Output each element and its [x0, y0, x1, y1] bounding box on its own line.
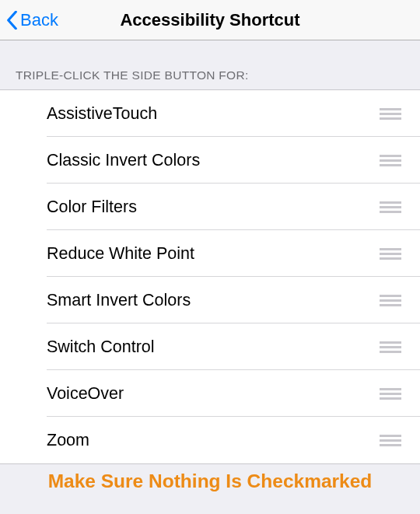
drag-handle-icon[interactable] — [376, 288, 404, 313]
navbar: Back Accessibility Shortcut — [0, 0, 420, 40]
page-title: Accessibility Shortcut — [120, 10, 299, 30]
back-label: Back — [20, 10, 58, 30]
list-item[interactable]: Classic Invert Colors — [0, 137, 420, 184]
chevron-left-icon — [6, 11, 18, 30]
footer-note: Make Sure Nothing Is Checkmarked — [0, 464, 420, 502]
drag-handle-icon[interactable] — [376, 149, 404, 173]
section-header: Triple-click the side button for: — [0, 40, 420, 89]
list-item-label: AssistiveTouch — [47, 104, 376, 124]
options-list: AssistiveTouch Classic Invert Colors Col… — [0, 89, 420, 464]
list-item[interactable]: VoiceOver — [0, 370, 420, 417]
drag-handle-icon[interactable] — [376, 428, 404, 453]
list-item-label: Zoom — [47, 431, 376, 450]
list-item-label: Color Filters — [47, 198, 376, 217]
list-item-label: Smart Invert Colors — [47, 291, 376, 310]
list-item-label: Reduce White Point — [47, 244, 376, 264]
list-item[interactable]: Smart Invert Colors — [0, 277, 420, 323]
drag-handle-icon[interactable] — [376, 382, 404, 406]
drag-handle-icon[interactable] — [376, 242, 404, 266]
drag-handle-icon[interactable] — [376, 335, 404, 359]
list-item-label: VoiceOver — [47, 384, 376, 404]
list-item[interactable]: AssistiveTouch — [0, 90, 420, 137]
drag-handle-icon[interactable] — [376, 102, 404, 126]
back-button[interactable]: Back — [6, 10, 58, 30]
list-item[interactable]: Zoom — [0, 417, 420, 463]
list-item-label: Switch Control — [47, 337, 376, 357]
list-item-label: Classic Invert Colors — [47, 151, 376, 170]
list-item[interactable]: Reduce White Point — [0, 230, 420, 277]
drag-handle-icon[interactable] — [376, 195, 404, 219]
list-item[interactable]: Switch Control — [0, 323, 420, 370]
list-item[interactable]: Color Filters — [0, 184, 420, 230]
